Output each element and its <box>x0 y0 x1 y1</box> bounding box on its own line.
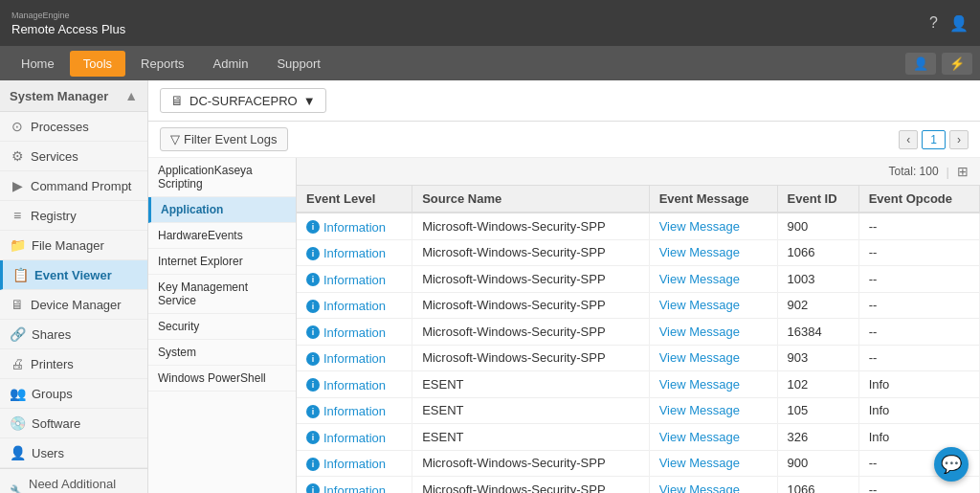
sidebar-item-users[interactable]: 👤 Users <box>0 438 147 468</box>
filter-event-logs-btn[interactable]: ▽ Filter Event Logs <box>160 127 288 151</box>
level-text: Information <box>323 246 386 260</box>
sidebar-header: System Manager ▲ <box>0 80 147 112</box>
cell-message: View Message <box>649 450 777 477</box>
sidebar-item-processes[interactable]: ⊙ Processes <box>0 112 147 142</box>
table-row: i Information Microsoft-Windows-Security… <box>297 477 980 494</box>
cell-opcode: Info <box>858 397 979 424</box>
col-event-opcode: Event Opcode <box>858 186 979 213</box>
shares-icon: 🔗 <box>10 326 26 342</box>
view-message-link[interactable]: View Message <box>659 272 740 286</box>
level-badge: i Information <box>306 325 386 340</box>
view-message-link[interactable]: View Message <box>659 377 740 392</box>
chat-fab-button[interactable]: 💬 <box>934 447 969 482</box>
event-category-list: ApplicationKaseya Scripting Application … <box>148 158 297 493</box>
nav-home[interactable]: Home <box>8 51 68 77</box>
level-text: Information <box>323 378 386 392</box>
current-page: 1 <box>922 130 946 149</box>
cell-event-id: 326 <box>777 424 858 451</box>
level-text: Information <box>323 351 386 366</box>
device-toolbar: 🖥 DC-SURFACEPRO ▼ <box>148 80 980 122</box>
pagination: ‹ 1 › <box>899 130 969 149</box>
cell-event-id: 1003 <box>777 266 858 293</box>
info-icon: i <box>306 405 320 418</box>
cell-opcode: -- <box>858 319 979 346</box>
view-message-link[interactable]: View Message <box>659 403 740 417</box>
me-logo-text: ManageEngine <box>11 11 125 20</box>
cell-event-id: 1066 <box>777 239 858 266</box>
table-row: i Information ESENT View Message 326 Inf… <box>297 424 980 451</box>
table-config-icon[interactable]: ⊞ <box>957 164 969 179</box>
sidebar-item-file-manager[interactable]: 📁 File Manager <box>0 231 147 260</box>
sidebar-item-label: Printers <box>31 357 74 371</box>
header-icons: ? 👤 <box>929 14 969 33</box>
app-title: Remote Access Plus <box>11 20 125 36</box>
sidebar-item-device-manager[interactable]: 🖥 Device Manager <box>0 290 147 320</box>
info-icon: i <box>306 247 320 260</box>
app-title-bold: Remote Access <box>11 22 98 36</box>
view-message-link[interactable]: View Message <box>659 430 740 444</box>
sidebar-item-event-viewer[interactable]: 📋 Event Viewer <box>0 260 147 290</box>
cell-event-id: 903 <box>777 345 858 371</box>
sidebar-item-command-prompt[interactable]: ▶ Command Prompt <box>0 171 147 201</box>
sidebar-item-label: File Manager <box>32 238 104 253</box>
groups-icon: 👥 <box>10 386 26 401</box>
sidebar-footer[interactable]: 🔧 Need Additional Tools? <box>0 468 147 493</box>
ev-cat-application[interactable]: Application <box>148 197 296 223</box>
sidebar-item-label: Users <box>32 446 64 460</box>
table-row: i Information ESENT View Message 102 Inf… <box>297 371 980 398</box>
user-avatar[interactable]: 👤 <box>949 14 969 33</box>
sidebar-item-software[interactable]: 💿 Software <box>0 409 147 438</box>
nav-tools[interactable]: Tools <box>70 51 125 77</box>
ev-cat-hardwareevents[interactable]: HardwareEvents <box>148 223 296 249</box>
col-event-message: Event Message <box>649 186 777 213</box>
view-message-link[interactable]: View Message <box>659 245 740 259</box>
ev-cat-appkaseya[interactable]: ApplicationKaseya Scripting <box>148 158 296 197</box>
view-message-link[interactable]: View Message <box>659 298 740 312</box>
sidebar-item-groups[interactable]: 👥 Groups <box>0 379 147 409</box>
cell-message: View Message <box>649 477 777 494</box>
sidebar-item-services[interactable]: ⚙ Services <box>0 142 147 171</box>
sidebar-item-registry[interactable]: ≡ Registry <box>0 201 147 231</box>
notify-nav-btn[interactable]: ⚡ <box>942 53 972 75</box>
nav-support[interactable]: Support <box>263 51 334 77</box>
cell-source: ESENT <box>412 397 650 424</box>
view-message-link[interactable]: View Message <box>659 456 740 470</box>
next-page-btn[interactable]: › <box>949 130 969 149</box>
cell-source: ESENT <box>412 424 650 451</box>
cell-source: Microsoft-Windows-Security-SPP <box>412 450 650 477</box>
nav-admin[interactable]: Admin <box>200 51 262 77</box>
app-header: ManageEngine Remote Access Plus ? 👤 <box>0 0 980 46</box>
user-nav-btn[interactable]: 👤 <box>905 53 936 75</box>
level-text: Information <box>323 273 386 287</box>
prev-page-btn[interactable]: ‹ <box>899 130 918 149</box>
level-text: Information <box>323 457 386 471</box>
cell-opcode: -- <box>858 213 979 239</box>
sidebar-collapse-btn[interactable]: ▲ <box>124 88 138 103</box>
ev-cat-system[interactable]: System <box>148 340 296 366</box>
sidebar-item-printers[interactable]: 🖨 Printers <box>0 349 147 379</box>
cell-event-id: 1066 <box>777 477 858 494</box>
sidebar-item-shares[interactable]: 🔗 Shares <box>0 320 147 349</box>
device-name: DC-SURFACEPRO <box>189 94 298 108</box>
nav-reports[interactable]: Reports <box>127 51 198 77</box>
ev-cat-windows-powershell[interactable]: Windows PowerShell <box>148 366 296 392</box>
ev-cat-security[interactable]: Security <box>148 314 296 340</box>
level-text: Information <box>323 404 386 418</box>
event-viewer-icon: 📋 <box>12 267 29 282</box>
view-message-link[interactable]: View Message <box>659 482 740 493</box>
ev-cat-ie[interactable]: Internet Explorer <box>148 249 296 275</box>
device-selector[interactable]: 🖥 DC-SURFACEPRO ▼ <box>160 88 326 113</box>
view-message-link[interactable]: View Message <box>659 325 740 339</box>
cell-level: i Information <box>297 424 412 451</box>
software-icon: 💿 <box>10 415 26 431</box>
ev-cat-key-mgmt[interactable]: Key Management Service <box>148 275 296 314</box>
view-message-link[interactable]: View Message <box>659 219 740 234</box>
level-text: Information <box>323 325 386 340</box>
printers-icon: 🖨 <box>10 356 25 371</box>
cell-opcode: -- <box>858 239 979 266</box>
col-event-level: Event Level <box>297 186 412 213</box>
help-icon[interactable]: ? <box>929 14 938 32</box>
content-area: 🖥 DC-SURFACEPRO ▼ ▽ Filter Event Logs ‹ … <box>148 80 980 493</box>
view-message-link[interactable]: View Message <box>659 350 740 365</box>
sidebar-item-label: Event Viewer <box>34 268 112 282</box>
